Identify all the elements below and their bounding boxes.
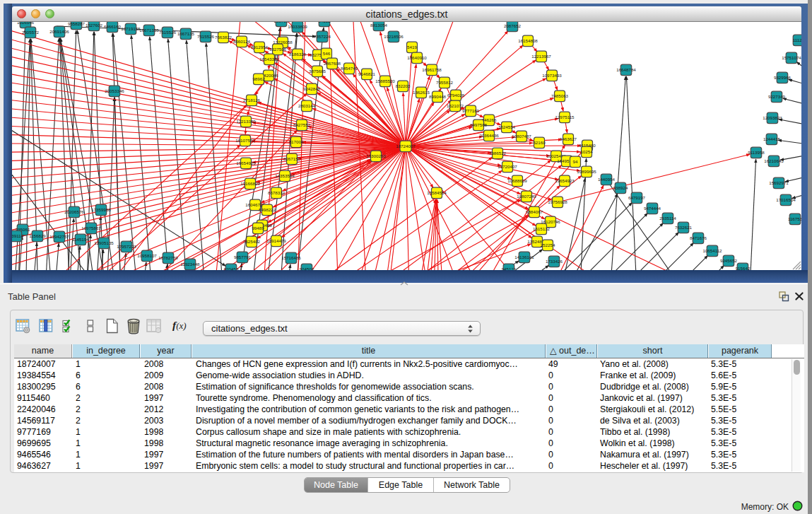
svg-text:7515526: 7515526	[197, 34, 215, 39]
svg-text:7515526: 7515526	[159, 30, 177, 35]
svg-text:15584554: 15584554	[427, 190, 447, 195]
svg-text:6497568: 6497568	[470, 122, 488, 127]
svg-text:546: 546	[323, 51, 331, 56]
svg-text:17359968: 17359968	[91, 207, 111, 212]
svg-text:7955812: 7955812	[436, 80, 454, 85]
svg-text:6466160: 6466160	[104, 24, 122, 29]
svg-text:3875685: 3875685	[309, 69, 326, 74]
svg-text:94: 94	[573, 159, 578, 164]
svg-text:16782759: 16782759	[158, 255, 178, 260]
svg-text:99489: 99489	[252, 226, 264, 230]
svg-text:19654925: 19654925	[236, 160, 256, 165]
svg-text:9242848: 9242848	[303, 86, 321, 91]
svg-text:10254: 10254	[580, 149, 593, 154]
svg-text:1667135: 1667135	[177, 31, 195, 36]
svg-text:62160: 62160	[533, 140, 546, 145]
svg-text:16107552: 16107552	[235, 138, 255, 143]
svg-text:16914479: 16914479	[266, 238, 286, 243]
svg-text:7986522: 7986522	[489, 151, 507, 156]
svg-text:84132: 84132	[318, 22, 331, 23]
svg-text:9558287: 9558287	[68, 22, 86, 26]
svg-text:7625402: 7625402	[243, 239, 261, 244]
svg-text:2087652: 2087652	[504, 23, 522, 28]
svg-text:1621072: 1621072	[447, 103, 464, 108]
svg-text:12905135: 12905135	[94, 240, 114, 245]
svg-text:1615132: 1615132	[533, 226, 551, 231]
svg-text:10654112: 10654112	[702, 248, 722, 253]
svg-text:939114: 939114	[12, 233, 24, 238]
svg-text:8267150: 8267150	[283, 156, 301, 161]
svg-text:12942757: 12942757	[49, 234, 69, 239]
svg-text:12213967: 12213967	[531, 54, 551, 59]
svg-text:2867608: 2867608	[324, 61, 341, 66]
svg-text:252254: 252254	[541, 243, 555, 247]
svg-text:2718126: 2718126	[243, 98, 261, 103]
svg-text:16961758: 16961758	[422, 67, 442, 72]
svg-text:938924: 938924	[613, 185, 628, 190]
svg-text:15692971: 15692971	[769, 180, 789, 185]
svg-text:14353594: 14353594	[275, 173, 295, 178]
svg-text:9113958: 9113958	[748, 150, 765, 155]
svg-text:7663822: 7663822	[215, 35, 233, 40]
svg-text:8990448: 8990448	[429, 94, 447, 99]
svg-text:16543382: 16543382	[259, 57, 279, 62]
svg-text:15720407: 15720407	[498, 164, 517, 169]
svg-text:116753: 116753	[788, 216, 801, 221]
svg-text:15300293: 15300293	[366, 153, 386, 158]
svg-text:16033809: 16033809	[288, 24, 307, 29]
svg-text:8912954: 8912954	[251, 45, 269, 49]
svg-text:1244415: 1244415	[763, 136, 781, 141]
svg-text:14136141: 14136141	[514, 255, 534, 259]
svg-text:7357224: 7357224	[314, 34, 331, 39]
svg-text:18807249: 18807249	[517, 194, 536, 199]
svg-text:20053346: 20053346	[105, 88, 124, 93]
svg-text:9329966: 9329966	[774, 75, 792, 80]
svg-text:12975115: 12975115	[555, 115, 575, 119]
svg-text:8427552: 8427552	[293, 122, 311, 127]
svg-text:817004: 817004	[289, 139, 304, 144]
svg-text:17016504: 17016504	[776, 197, 796, 202]
svg-text:19218506: 19218506	[384, 34, 404, 39]
svg-text:12093823: 12093823	[763, 115, 782, 120]
svg-text:10807487: 10807487	[512, 134, 531, 139]
svg-text:19166829: 19166829	[240, 181, 260, 186]
svg-text:8471676: 8471676	[690, 235, 707, 240]
svg-text:3498222: 3498222	[259, 207, 276, 212]
svg-text:2803144: 2803144	[298, 103, 316, 108]
svg-text:9857791: 9857791	[234, 255, 252, 259]
svg-text:18640910: 18640910	[407, 55, 427, 60]
svg-text:7485063: 7485063	[551, 93, 569, 98]
svg-text:10899695: 10899695	[577, 169, 596, 174]
svg-text:10975867: 10975867	[81, 226, 101, 230]
svg-text:9463627: 9463627	[560, 136, 577, 141]
svg-text:1362615: 1362615	[413, 90, 430, 95]
svg-text:18724007: 18724007	[396, 144, 416, 148]
svg-text:9327506: 9327506	[269, 47, 287, 52]
svg-text:208709: 208709	[274, 22, 289, 23]
svg-text:1733426: 1733426	[546, 259, 563, 264]
svg-text:8186328: 8186328	[289, 52, 307, 57]
svg-text:6794028: 6794028	[447, 93, 465, 98]
svg-text:15885520: 15885520	[375, 78, 395, 83]
svg-text:8813054: 8813054	[370, 23, 388, 28]
svg-text:98962: 98962	[252, 76, 265, 81]
svg-text:9884067: 9884067	[526, 209, 543, 214]
svg-text:6479197: 6479197	[628, 195, 646, 200]
svg-text:20364436: 20364436	[479, 133, 499, 138]
svg-text:1145194: 1145194	[72, 237, 89, 242]
svg-text:3624554: 3624554	[498, 124, 516, 129]
svg-text:15716485: 15716485	[281, 255, 301, 260]
svg-text:19756928: 19756928	[548, 199, 567, 204]
svg-text:16671355: 16671355	[139, 28, 159, 33]
svg-text:16154808: 16154808	[518, 38, 538, 43]
svg-text:9227349: 9227349	[768, 94, 786, 99]
svg-text:19654923: 19654923	[555, 178, 575, 183]
svg-text:10688609: 10688609	[507, 178, 527, 183]
svg-text:1016546: 1016546	[17, 22, 35, 25]
svg-text:20691406: 20691406	[49, 29, 69, 34]
svg-text:2935114: 2935114	[659, 216, 676, 221]
svg-text:8660124: 8660124	[233, 39, 251, 44]
svg-text:15751074: 15751074	[782, 55, 801, 60]
svg-text:16648784: 16648784	[616, 67, 636, 72]
svg-text:11923448: 11923448	[180, 262, 200, 267]
